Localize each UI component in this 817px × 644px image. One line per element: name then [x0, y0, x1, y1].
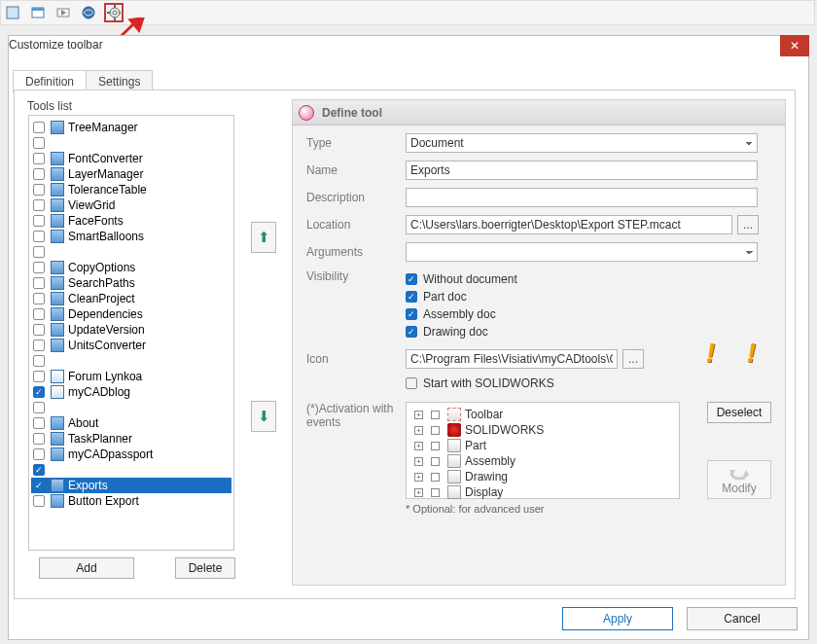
- tool-checkbox[interactable]: [33, 153, 45, 164]
- toolbar-settings-icon[interactable]: [104, 3, 124, 22]
- tool-checkbox[interactable]: ✓: [33, 480, 45, 491]
- event-tree-item[interactable]: +SOLIDWORKS: [410, 422, 675, 438]
- tree-checkbox[interactable]: [431, 442, 440, 450]
- tool-item[interactable]: CopyOptions: [31, 260, 231, 275]
- tool-checkbox[interactable]: [33, 122, 45, 133]
- events-tree[interactable]: +Toolbar+SOLIDWORKS+Part+Assembly+Drawin…: [406, 402, 680, 499]
- tool-item[interactable]: Dependencies: [31, 306, 231, 322]
- tool-item[interactable]: CleanProject: [31, 291, 231, 306]
- expand-icon[interactable]: +: [414, 488, 423, 497]
- toolbar-icon-4[interactable]: [79, 3, 98, 22]
- move-up-button[interactable]: ⬆: [251, 222, 276, 253]
- tool-checkbox[interactable]: [33, 199, 45, 211]
- tree-checkbox[interactable]: [431, 457, 440, 466]
- tool-checkbox[interactable]: [33, 417, 45, 429]
- event-tree-item[interactable]: +Assembly: [410, 453, 675, 469]
- tool-item[interactable]: ✓myCADblog: [31, 384, 231, 400]
- tool-item[interactable]: ✓: [31, 462, 231, 478]
- tool-checkbox[interactable]: [33, 308, 45, 320]
- tool-item[interactable]: [31, 135, 231, 151]
- tool-checkbox[interactable]: [33, 495, 45, 507]
- expand-icon[interactable]: +: [414, 473, 423, 482]
- tool-checkbox[interactable]: [33, 448, 45, 460]
- svg-marker-4: [61, 10, 66, 16]
- deselect-button[interactable]: Deselect: [707, 402, 771, 423]
- tool-checkbox[interactable]: [33, 277, 45, 289]
- expand-icon[interactable]: +: [414, 457, 423, 466]
- tool-item[interactable]: SmartBalloons: [31, 229, 231, 244]
- tool-item[interactable]: FontConverter: [31, 151, 231, 166]
- event-tree-item[interactable]: +Toolbar: [410, 407, 675, 422]
- tool-item[interactable]: [31, 353, 231, 369]
- tool-checkbox[interactable]: ✓: [33, 386, 45, 398]
- tools-listbox[interactable]: TreeManagerFontConverterLayerManagerTole…: [28, 115, 234, 551]
- tool-checkbox[interactable]: ✓: [33, 464, 45, 476]
- tool-item[interactable]: Forum Lynkoa: [31, 369, 231, 384]
- modify-button[interactable]: Modify: [707, 460, 771, 499]
- cancel-button[interactable]: Cancel: [687, 607, 798, 630]
- tree-checkbox[interactable]: [431, 473, 440, 482]
- delete-button[interactable]: Delete: [175, 557, 235, 579]
- tool-item[interactable]: ✓Exports: [31, 478, 231, 493]
- browse-icon-button[interactable]: ...: [622, 349, 644, 369]
- toolbar-icon-2[interactable]: [28, 3, 48, 22]
- tool-checkbox[interactable]: [33, 340, 45, 351]
- tool-checkbox[interactable]: [33, 293, 45, 304]
- tool-item[interactable]: UnitsConverter: [31, 338, 231, 353]
- visibility-checkbox[interactable]: ✓: [406, 273, 417, 285]
- visibility-checkbox[interactable]: ✓: [406, 326, 417, 338]
- tool-item[interactable]: [31, 244, 231, 260]
- toolbar-icon-3[interactable]: [53, 3, 73, 22]
- tool-checkbox[interactable]: [33, 433, 45, 445]
- event-tree-item[interactable]: +Drawing: [410, 469, 675, 484]
- tool-checkbox[interactable]: [33, 371, 45, 382]
- apply-button[interactable]: Apply: [562, 607, 673, 630]
- tool-checkbox[interactable]: [33, 355, 45, 367]
- tree-checkbox[interactable]: [431, 411, 440, 419]
- tool-checkbox[interactable]: [33, 262, 45, 273]
- tree-checkbox[interactable]: [431, 426, 440, 435]
- icon-input[interactable]: [406, 349, 618, 369]
- toolbar-icon-1[interactable]: [3, 3, 22, 22]
- tool-checkbox[interactable]: [33, 231, 45, 242]
- tool-checkbox[interactable]: [33, 168, 45, 180]
- description-input[interactable]: [406, 188, 758, 207]
- event-icon: [447, 408, 461, 421]
- tool-item[interactable]: FaceFonts: [31, 213, 231, 229]
- tool-item[interactable]: ViewGrid: [31, 197, 231, 213]
- tool-checkbox[interactable]: [33, 324, 45, 336]
- tool-item[interactable]: TreeManager: [31, 120, 231, 135]
- tool-checkbox[interactable]: [33, 184, 45, 196]
- tool-item[interactable]: SearchPaths: [31, 275, 231, 291]
- location-input[interactable]: [406, 215, 732, 234]
- arguments-select[interactable]: [406, 242, 758, 262]
- visibility-label: Assembly doc: [423, 307, 496, 321]
- close-button[interactable]: ✕: [780, 35, 809, 56]
- name-input[interactable]: [406, 161, 758, 180]
- expand-icon[interactable]: +: [414, 442, 423, 450]
- type-select[interactable]: Document: [406, 133, 758, 153]
- tool-checkbox[interactable]: [33, 246, 45, 258]
- visibility-checkbox[interactable]: ✓: [406, 291, 417, 303]
- tool-item[interactable]: Button Export: [31, 493, 231, 509]
- event-tree-item[interactable]: +Display: [410, 484, 675, 500]
- tool-item[interactable]: LayerManager: [31, 166, 231, 182]
- tool-checkbox[interactable]: [33, 402, 45, 413]
- tool-item[interactable]: About: [31, 415, 231, 431]
- tool-item[interactable]: [31, 400, 231, 415]
- visibility-checkbox[interactable]: ✓: [406, 308, 417, 320]
- tool-item[interactable]: ToleranceTable: [31, 182, 231, 197]
- event-tree-item[interactable]: +Part: [410, 438, 675, 453]
- browse-location-button[interactable]: ...: [737, 215, 759, 234]
- tool-item[interactable]: myCADpassport: [31, 447, 231, 462]
- expand-icon[interactable]: +: [414, 411, 423, 419]
- start-with-checkbox[interactable]: [406, 377, 417, 389]
- tool-checkbox[interactable]: [33, 215, 45, 227]
- add-button[interactable]: Add: [39, 557, 134, 579]
- expand-icon[interactable]: +: [414, 426, 423, 435]
- tool-item[interactable]: UpdateVersion: [31, 322, 231, 338]
- tool-item[interactable]: TaskPlanner: [31, 431, 231, 447]
- tree-checkbox[interactable]: [431, 488, 440, 497]
- move-down-button[interactable]: ⬇: [251, 401, 276, 432]
- tool-checkbox[interactable]: [33, 137, 45, 149]
